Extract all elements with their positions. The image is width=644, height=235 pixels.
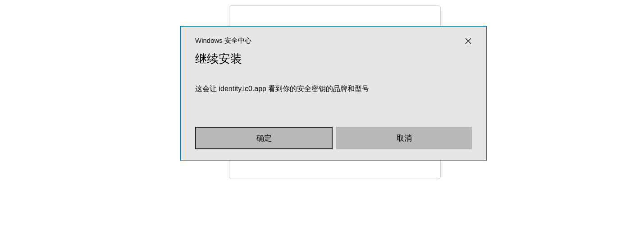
- dialog-button-row: 确定 取消: [195, 127, 472, 149]
- security-dialog: Windows 安全中心 继续安装 这会让 identity.ic0.app 看…: [180, 26, 487, 161]
- cancel-button-label: 取消: [397, 133, 412, 143]
- dialog-message: 这会让 identity.ic0.app 看到你的安全密钥的品牌和型号: [195, 84, 472, 94]
- ok-button[interactable]: 确定: [195, 127, 333, 149]
- ok-button-label: 确定: [256, 133, 272, 143]
- cancel-button[interactable]: 取消: [336, 127, 472, 149]
- close-button[interactable]: [463, 36, 474, 46]
- dialog-header: Windows 安全中心: [195, 37, 472, 46]
- dialog-source-label: Windows 安全中心: [195, 37, 251, 45]
- dialog-title: 继续安装: [195, 51, 472, 67]
- close-icon: [465, 38, 471, 44]
